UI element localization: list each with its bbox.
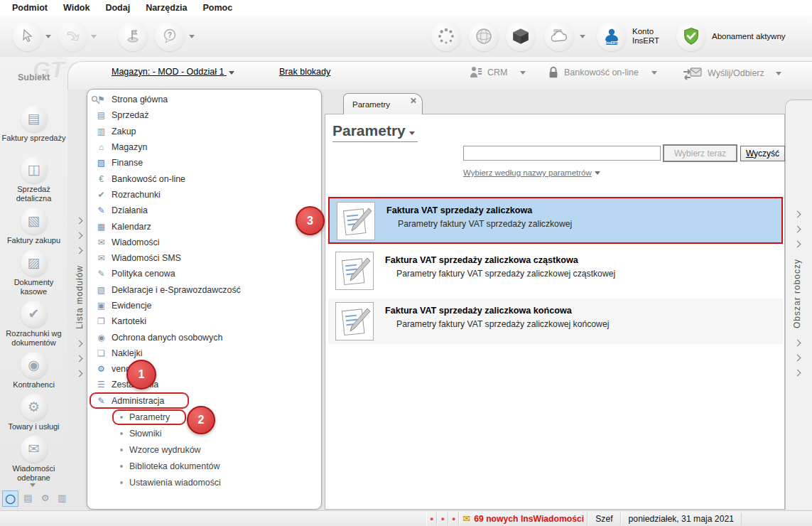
crm-button[interactable]: CRM [469,65,526,80]
module-item-dzialania[interactable]: ✎ Działania [87,203,321,218]
module-item-deklaracje[interactable]: ▧ Deklaracje i e-Sprawozdawczość [87,282,321,298]
module-item-label: Strona główna [112,95,168,104]
menu-widok[interactable]: Widok [55,3,97,13]
parameter-doc-icon [335,302,374,340]
mini-module-selected[interactable]: ◯ [2,490,18,507]
sales-invoices-icon: ▤ [21,105,48,132]
workspace-strip-label: Obszar roboczy [792,259,802,328]
status-bar: ● ● ● ✉ 69 nowych InsWiadomości Szef pon… [0,510,812,526]
banking-button[interactable]: Bankowość on-line [547,65,657,80]
module-item-zakup[interactable]: ▥ Zakup [87,124,321,139]
module-item-polityka-cenowa[interactable]: ✎ Polityka cenowa [87,266,321,281]
parameter-row-faktura-koncowa[interactable]: Faktura VAT sprzedaży zaliczkowa końcowa… [328,299,783,344]
date-cell[interactable]: poniedziałek, 31 maja 2021 [621,512,742,525]
status-indicator-cell[interactable]: ● [426,512,437,525]
cloud-dropdown-icon[interactable] [580,35,585,38]
parameter-row-faktura-czastkowa[interactable]: Faktura VAT sprzedaży zaliczkowa cząstko… [328,248,783,294]
forward-button[interactable] [58,21,88,51]
globe-button[interactable] [469,21,499,51]
pointer-icon [19,28,36,45]
parameter-row-faktura-zaliczkowa[interactable]: Faktura VAT sprzedaży zaliczkowa Paramet… [328,197,783,244]
sidebar-more-icon[interactable] [30,483,36,487]
sidebar-item-kontrahenci[interactable]: ◉ Kontrahenci [0,352,67,390]
messages-icon: ✉ [96,237,107,247]
cash-documents-icon: ▨ [21,249,48,277]
module-list-strip[interactable]: Lista modułów [72,213,87,381]
filter-by-name-link[interactable]: Wybierz według nazwy parametrów [463,168,600,177]
reports-icon: ☰ [96,380,107,390]
pointer-dropdown-icon[interactable] [45,35,51,38]
module-subitem-biblioteka-dokumentow[interactable]: Biblioteka dokumentów [87,458,321,475]
select-now-button[interactable]: Wybierz teraz [663,144,737,162]
menu-podmiot[interactable]: Podmiot [4,3,55,13]
module-item-wiadomosci-sms[interactable]: ✉ Wiadomości SMS [87,250,321,266]
module-item-label: Ewidencje [112,301,151,311]
user-cell[interactable]: Szef [588,512,620,525]
expand-chevron-icon [794,226,801,233]
page-title[interactable]: Parametry [332,122,418,142]
pin-icon[interactable] [91,95,100,104]
module-item-strona-glowna[interactable]: ⚑ Strona główna [87,92,321,107]
close-tab-icon[interactable] [410,97,416,104]
blokada-link[interactable]: Brak blokady [279,67,330,77]
module-item-bankowosc[interactable]: € Bankowość on-line [87,171,321,186]
sidebar-item-dokumenty-kasowe[interactable]: ▨ Dokumenty kasowe [0,249,67,296]
mini-module-icon[interactable]: ⚙ [38,490,53,505]
send-receive-dropdown-icon [776,72,781,75]
cloud-button[interactable] [544,21,574,51]
ins-messages-cell[interactable]: ✉ 69 nowych InsWiadomości [459,512,588,525]
abonament-button[interactable] [676,21,706,51]
send-receive-button[interactable]: Wyślij/Odbierz [682,65,781,81]
konto-insert-label: Konto InsERT [632,27,659,45]
mini-module-icon[interactable]: ▥ [55,490,70,505]
module-item-magazyn[interactable]: ⌂ Magazyn [87,139,321,155]
module-item-zestawienia[interactable]: ☰ Zestawienia [87,377,321,392]
red-dot-icon: ● [430,515,433,522]
module-item-label: Wiadomości [112,237,159,247]
module-item-naklejki[interactable]: ❏ Naklejki [87,345,321,361]
module-item-rozrachunki[interactable]: ✔ Rozrachunki [87,187,321,203]
sms-icon: ✉ [96,253,107,263]
status-indicator-cell[interactable]: ● [437,512,448,525]
module-subitem-ustawienia-wiadomosci[interactable]: Ustawienia wiadomości [87,475,321,491]
help-dropdown-icon[interactable] [189,35,195,38]
konto-insert-button[interactable]: InsERT [597,21,627,51]
module-item-label: Rozrachunki [112,190,161,200]
clear-button[interactable]: Wyczyść [740,146,785,161]
module-item-ochrona-danych[interactable]: ◉ Ochrona danych osobowych [87,329,321,345]
magazyn-selector[interactable]: Magazyn: - MOD - Oddział 1 [112,67,234,77]
module-item-sprzedaz[interactable]: ▤ Sprzedaż [87,107,321,123]
menu-dodaj[interactable]: Dodaj [97,3,138,13]
module-item-vendero[interactable]: ⚙ vendero [87,361,321,377]
menu-pomoc[interactable]: Pomoc [195,3,240,13]
pointer-button[interactable] [13,21,43,51]
sidebar-item-towary-i-uslugi[interactable]: ⚙ Towary i usługi [0,394,67,431]
menu-narzedzia[interactable]: Narzędzia [138,3,195,13]
forward-dropdown-icon[interactable] [91,35,97,38]
status-indicator-cell[interactable]: ● [448,512,459,525]
sidebar-item-faktury-zakupu[interactable]: ▧ Faktury zakupu [0,208,67,245]
module-item-kartoteki[interactable]: ❐ Kartoteki [87,313,321,329]
module-item-label: Działania [112,205,148,215]
mini-module-icon[interactable]: ▤ [21,490,36,505]
sidebar-item-faktury-sprzedazy[interactable]: ▤ Faktury sprzedaży [0,105,67,143]
module-item-ewidencje[interactable]: ▣ Ewidencje [87,298,321,313]
help-button[interactable]: ? [155,21,185,51]
loading-button[interactable] [431,21,461,51]
sidebar-item-sprzedaz-detaliczna[interactable]: ◫ Sprzedaż detaliczna [0,156,67,203]
module-item-wiadomosci[interactable]: ✉ Wiadomości [87,235,321,250]
sidebar-item-wiadomosci-odebrane[interactable]: ✉ Wiadomości odebrane [0,436,67,483]
module-subitem-wzorce-wydrukow[interactable]: Wzorce wydruków [87,441,321,458]
flag-button[interactable] [118,21,148,51]
banking-icon: € [96,174,107,184]
module-item-kalendarz[interactable]: ▦ Kalendarz [87,218,321,234]
shortcut-label: Rozrachunki wg dokumentów [0,329,67,348]
sidebar-item-rozrachunki[interactable]: ✔ Rozrachunki wg dokumentów [0,301,67,348]
module-item-finanse[interactable]: ▨ Finanse [87,155,321,171]
konto-label-line2: InsERT [632,36,659,45]
module-item-label: Kalendarz [112,222,151,232]
workspace-strip[interactable]: Obszar roboczy [785,100,812,510]
parameters-search-input[interactable] [463,146,661,161]
cube-button[interactable] [506,21,536,51]
tab-parametry[interactable]: Parametry [343,93,423,114]
